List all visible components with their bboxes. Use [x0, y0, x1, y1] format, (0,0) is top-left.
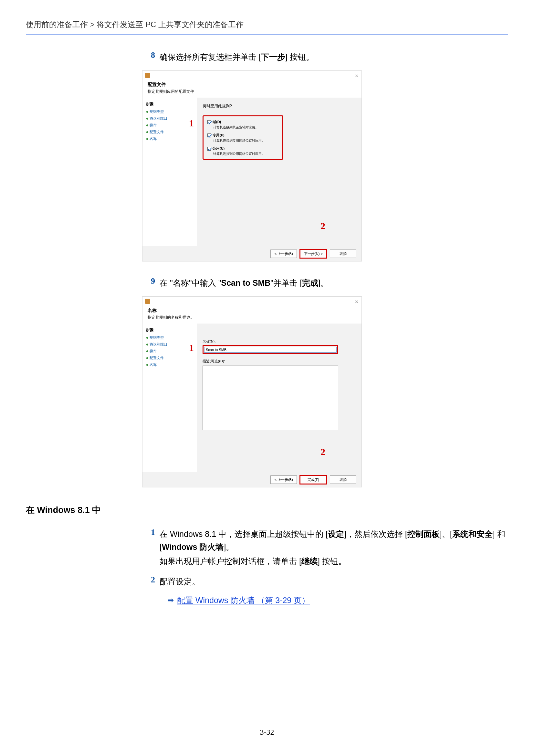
wizard-steps-sidebar: 步骤 规则类型 协议和端口 操作 配置文件 名称 [142, 97, 197, 246]
shield-icon [145, 73, 150, 78]
step-number-1: 1 [142, 527, 160, 537]
step-number-9: 9 [142, 276, 160, 286]
sidebar-item[interactable]: 协议和端口 [145, 341, 194, 348]
cancel-button[interactable]: 取消 [330, 250, 356, 258]
sidebar-heading: 步骤 [142, 100, 197, 108]
dialog-title: 配置文件 [148, 82, 356, 88]
wizard-dialog-name: × 名称 指定此规则的名称和描述。 步骤 规则类型 协议和端口 操作 配置文件 … [142, 296, 362, 487]
dialog-subtitle: 指定此规则的名称和描述。 [148, 315, 356, 320]
win81-step2-text: 配置设定。 ➡ 配置 Windows 防火墙 （第 3-29 页） [160, 575, 310, 607]
sidebar-item[interactable]: 协议和端口 [145, 115, 194, 122]
sidebar-item[interactable]: 配置文件 [145, 355, 194, 361]
next-button[interactable]: 下一步(N) > [300, 250, 327, 258]
sidebar-item[interactable]: 规则类型 [145, 334, 194, 341]
close-icon[interactable]: × [355, 73, 358, 79]
wizard-dialog-profiles: × 配置文件 指定此规则应用的配置文件 步骤 规则类型 协议和端口 操作 配置文… [142, 70, 362, 261]
step-8-text: 确保选择所有复选框并单击 [下一步] 按钮。 [160, 50, 314, 63]
cancel-button[interactable]: 取消 [330, 475, 356, 484]
checkbox-icon[interactable] [207, 133, 211, 137]
checkbox-public[interactable]: 公用(U) 计算机连接到公用网络位置时应用。 [207, 146, 278, 156]
sidebar-item[interactable]: 名称 [145, 361, 194, 368]
wizard-steps-sidebar: 步骤 规则类型 协议和端口 操作 配置文件 名称 [142, 324, 197, 472]
callout-2: 2 [320, 446, 325, 457]
name-field-label: 名称(N): [203, 339, 338, 344]
sidebar-item[interactable]: 操作 [145, 348, 194, 355]
step-number-8: 8 [142, 50, 160, 60]
prompt-text: 何时应用此规则? [203, 103, 356, 109]
sidebar-item[interactable]: 名称 [145, 135, 194, 142]
dialog-subtitle: 指定此规则应用的配置文件 [148, 89, 356, 94]
checkbox-domain[interactable]: 域(D) 计算机连接到其企业域时应用。 [207, 120, 278, 130]
step-9-text: 在 "名称"中输入 "Scan to SMB"并单击 [完成]。 [160, 276, 329, 289]
sidebar-item[interactable]: 配置文件 [145, 129, 194, 135]
callout-2: 2 [320, 220, 325, 231]
win81-step1-text: 在 Windows 8.1 中，选择桌面上超级按钮中的 [设定]，然后依次选择 … [160, 527, 508, 568]
sidebar-item[interactable]: 操作 [145, 122, 194, 129]
back-button[interactable]: < 上一步(B) [270, 250, 297, 258]
link-configure-firewall[interactable]: 配置 Windows 防火墙 （第 3-29 页） [177, 594, 310, 607]
checkbox-icon[interactable] [207, 147, 211, 150]
callout-1: 1 [189, 342, 194, 353]
callout-1: 1 [189, 118, 194, 129]
description-label: 描述(可选)(D): [203, 359, 356, 364]
dialog-title: 名称 [148, 308, 356, 313]
breadcrumb: 使用前的准备工作 > 将文件发送至 PC 上共享文件夹的准备工作 [26, 19, 508, 35]
checkbox-private[interactable]: 专用(P) 计算机连接到专用网络位置时应用。 [207, 133, 278, 143]
checkbox-icon[interactable] [207, 120, 211, 124]
shield-icon [145, 299, 150, 304]
arrow-icon: ➡ [167, 594, 174, 607]
sidebar-item[interactable]: 规则类型 [145, 108, 194, 115]
sidebar-heading: 步骤 [142, 326, 197, 334]
page-number: 3-32 [0, 728, 534, 737]
section-heading-win81: 在 Windows 8.1 中 [26, 504, 508, 516]
back-button[interactable]: < 上一步(B) [270, 475, 297, 484]
rule-name-input[interactable] [204, 347, 337, 353]
profile-checkbox-group: 域(D) 计算机连接到其企业域时应用。 专用(P) 计算机连接到专用网络位置时应… [203, 115, 283, 160]
finish-button[interactable]: 完成(F) [300, 475, 327, 484]
description-textarea[interactable] [203, 365, 338, 430]
step-number-2: 2 [142, 575, 160, 585]
close-icon[interactable]: × [355, 299, 358, 306]
